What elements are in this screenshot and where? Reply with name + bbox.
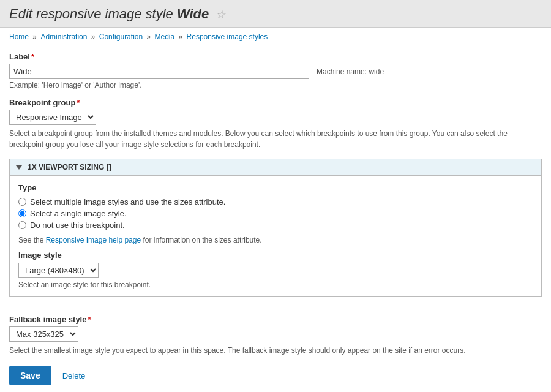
breadcrumb-media[interactable]: Media — [155, 32, 175, 41]
machine-name-display: Machine name: wide — [317, 67, 384, 76]
breakpoint-group-label: Breakpoint group* — [9, 98, 542, 107]
radio-single[interactable] — [18, 209, 26, 217]
responsive-image-help-link[interactable]: Responsive Image help page — [46, 236, 141, 244]
page-header: Edit responsive image style Wide ☆ — [0, 0, 551, 28]
breadcrumb-sep-4: » — [179, 32, 185, 41]
breadcrumb-responsive-image-styles[interactable]: Responsive image styles — [187, 32, 268, 41]
breakpoint-group-select-row: Responsive Image — [9, 110, 542, 125]
breadcrumb-administration[interactable]: Administration — [40, 32, 87, 41]
breadcrumb-sep-3: » — [147, 32, 153, 41]
radio-single-label: Select a single image style. — [30, 209, 127, 218]
breakpoint-group-required-star: * — [77, 98, 80, 107]
breadcrumb-configuration[interactable]: Configuration — [99, 32, 143, 41]
radio-multiple-label: Select multiple image styles and use the… — [30, 197, 225, 206]
type-label: Type — [18, 183, 533, 192]
label-input[interactable] — [9, 64, 309, 79]
label-field-label: Label* — [9, 52, 542, 61]
breadcrumb-home[interactable]: Home — [9, 32, 29, 41]
fallback-desc: Select the smallest image style you expe… — [9, 345, 542, 356]
viewport-panel-body: Type Select multiple image styles and us… — [10, 176, 541, 296]
fallback-required-star: * — [88, 315, 91, 324]
delete-button[interactable]: Delete — [62, 371, 86, 380]
fallback-image-style-section: Fallback image style* Max 325x325 Select… — [9, 315, 542, 356]
responsive-link-row: See the Responsive Image help page for i… — [18, 236, 533, 244]
fallback-image-style-select[interactable]: Max 325x325 — [9, 326, 78, 342]
collapse-icon — [16, 165, 22, 170]
image-style-select[interactable]: Large (480×480) — [18, 263, 99, 278]
breakpoint-group-select[interactable]: Responsive Image — [9, 110, 96, 125]
image-style-hint: Select an image style for this breakpoin… — [18, 281, 533, 289]
image-style-label: Image style — [18, 251, 533, 260]
label-required-star: * — [31, 52, 34, 61]
label-form-group: Label* Machine name: wide Example: 'Hero… — [9, 52, 542, 89]
page-title: Edit responsive image style Wide ☆ — [9, 6, 542, 22]
breakpoint-group-form-group: Breakpoint group* Responsive Image Selec… — [9, 98, 542, 150]
responsive-link-suffix: for information on the sizes attribute. — [141, 236, 261, 244]
radio-option-none: Do not use this breakpoint. — [18, 221, 533, 230]
type-radio-group: Select multiple image styles and use the… — [18, 197, 533, 230]
radio-none[interactable] — [18, 221, 26, 229]
responsive-link-prefix: See the — [18, 236, 46, 244]
fallback-label: Fallback image style* — [9, 315, 542, 324]
breakpoint-group-desc: Select a breakpoint group from the insta… — [9, 128, 542, 150]
label-input-row: Machine name: wide — [9, 64, 542, 79]
breadcrumb-sep-1: » — [32, 32, 39, 41]
favorite-icon[interactable]: ☆ — [216, 9, 225, 21]
viewport-panel: 1X VIEWPORT SIZING [] Type Select multip… — [9, 159, 542, 297]
viewport-panel-header[interactable]: 1X VIEWPORT SIZING [] — [10, 159, 541, 176]
page-title-bold: Wide — [177, 6, 209, 21]
label-hint: Example: 'Hero image' or 'Author image'. — [9, 81, 542, 89]
radio-multiple[interactable] — [18, 198, 26, 206]
breadcrumb: Home » Administration » Configuration » … — [0, 28, 551, 46]
radio-option-single: Select a single image style. — [18, 209, 533, 218]
page-title-italic: Edit responsive image style — [9, 6, 173, 21]
section-divider — [9, 306, 542, 306]
main-content: Label* Machine name: wide Example: 'Hero… — [0, 46, 551, 391]
radio-none-label: Do not use this breakpoint. — [30, 221, 125, 230]
save-button[interactable]: Save — [9, 366, 51, 385]
breadcrumb-sep-2: » — [91, 32, 97, 41]
action-row: Save Delete — [9, 366, 542, 385]
radio-option-multiple: Select multiple image styles and use the… — [18, 197, 533, 206]
viewport-panel-title: 1X VIEWPORT SIZING [] — [28, 163, 111, 172]
